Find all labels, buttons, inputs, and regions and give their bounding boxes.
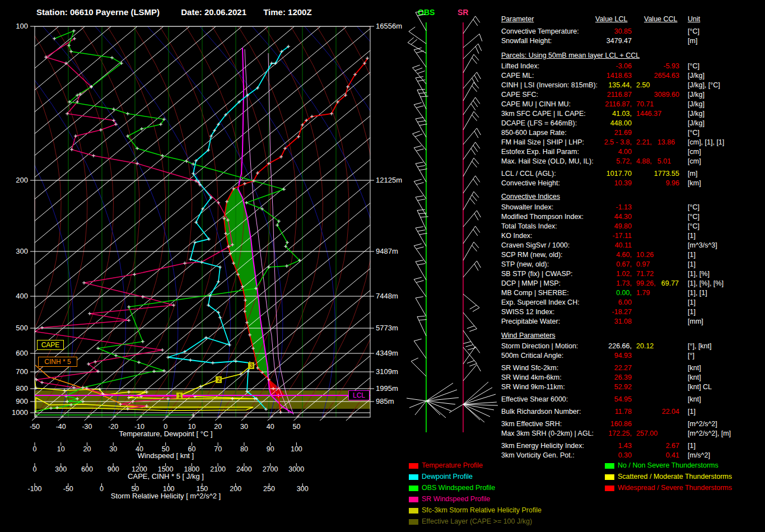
wind-barb: [411, 358, 426, 376]
parameter-unit: [°C]: [688, 222, 699, 230]
parameter-panel: Parameter Value LCL Value CCL Unit Conve…: [501, 0, 765, 465]
lcl-label-box: LCL: [348, 390, 370, 400]
x-axis-3: -100-50050100150200250300Storm Relative …: [27, 483, 308, 500]
legend-label: Sfc-3km Storm Relative Helicity Profile: [422, 506, 542, 514]
svg-text:4349m: 4349m: [376, 349, 398, 357]
svg-text:900: 900: [16, 397, 28, 405]
parameter-row: 3km Effective SRH:160.86[m^2/s^2]: [501, 420, 765, 430]
svg-text:30: 30: [240, 423, 248, 431]
parameter-value: 1.02,: [501, 270, 632, 278]
parameter-value: -17.11: [501, 232, 632, 240]
svg-text:2100: 2100: [210, 465, 226, 473]
parameter-row: CAPE SFC:2116.873089.60[J/kg]: [501, 91, 765, 100]
wind-barb: [416, 11, 426, 31]
parameter-value-part: 70.71: [636, 100, 654, 108]
parameter-unit: [1]: [688, 408, 696, 416]
legend-swatch: [409, 486, 418, 491]
cinh-label-box: CINH * 5: [38, 357, 77, 367]
parameter-value: 26.39: [501, 374, 632, 381]
header-unit: Unit: [688, 15, 700, 23]
parameter-value: 135.44,: [501, 81, 632, 89]
parameter-value: -18.27: [501, 308, 632, 316]
svg-text:5773m: 5773m: [376, 324, 398, 332]
svg-text:40: 40: [267, 423, 274, 431]
parameter-row: FM Hail Size | SHIP | LHP:2.5 - 3.8,2.21…: [501, 138, 765, 148]
wind-barb: [417, 316, 427, 336]
parameter-value-part: 5.01: [657, 157, 671, 165]
svg-text:300: 300: [16, 247, 28, 255]
parameter-unit: [m^3/s^3]: [688, 241, 717, 249]
svg-text:1: 1: [178, 393, 181, 399]
sr-wind-column: [449, 16, 498, 432]
legend-swatch: [605, 463, 614, 469]
surface-wind-tangle: [449, 382, 498, 422]
svg-text:Temperature, Dewpoint [ °C ]: Temperature, Dewpoint [ °C ]: [119, 430, 212, 438]
svg-text:100: 100: [291, 445, 302, 453]
parameter-row: Total Totals Index:49.80[°C]: [501, 222, 765, 232]
parameter-value: 2116.87,: [501, 100, 632, 108]
wind-barb: [414, 244, 426, 263]
header-value-ccl: Value CCL: [644, 15, 678, 23]
parameter-unit: [J/kg]: [688, 72, 705, 80]
svg-text:800: 800: [16, 384, 28, 393]
parameter-value: 21.69: [501, 129, 632, 137]
parameter-value-part: 257.00: [636, 430, 657, 437]
parameter-row: MB Comp | SHERBE:0.00,1.79[1], [1]: [501, 289, 765, 298]
wind-barb: [463, 226, 480, 244]
parameter-value: 1.73,: [501, 279, 632, 287]
parameter-value: 0.30: [501, 451, 632, 459]
parameter-unit: [1], [%], [%]: [688, 279, 724, 287]
legend-label: Temperature Profile: [422, 461, 483, 469]
parameter-row: Max. Hail Size (OLD, MU, IL):5.72,4.88,5…: [501, 157, 765, 167]
parameter-value-extra: 257.00: [636, 430, 663, 437]
svg-text:700: 700: [16, 367, 28, 376]
parameter-row: SCP RM (new, old):4.60,10.26[1]: [501, 251, 765, 260]
svg-text:-50: -50: [63, 485, 73, 493]
legend-swatch: [409, 497, 418, 502]
parameter-unit: [km]: [688, 179, 701, 187]
parameter-value-extra: 0.97: [636, 260, 655, 268]
parameter-row: 3km Vorticity Gen. Pot.:0.300.41[m/s^2]: [501, 451, 765, 461]
svg-text:50: 50: [292, 423, 300, 431]
svg-text:Storm Relative Helicity [ m^2/: Storm Relative Helicity [ m^2/s^2 ]: [111, 492, 221, 500]
wind-barb: [463, 312, 477, 332]
x-axis-2: 03006009001200150018002100240027003000CA…: [33, 463, 305, 480]
parameter-value-part: 2.50: [636, 81, 650, 89]
svg-text:200: 200: [230, 485, 241, 493]
svg-text:3000: 3000: [288, 465, 304, 473]
parameter-value-part: 20.12: [636, 342, 654, 350]
parameter-value-part: 10.26: [636, 251, 654, 259]
srh-km-marker: 2: [216, 376, 222, 383]
parameter-unit: [m^2/s^2], [m]: [688, 430, 731, 437]
parameter-unit: [1]: [688, 298, 696, 306]
svg-text:985m: 985m: [376, 397, 394, 405]
legend-label: No / Non Severe Thunderstorms: [618, 461, 719, 469]
parameter-row: Craven SigSvr / 1000:40.11[m^3/s^3]: [501, 241, 765, 251]
parameter-unit: [1], [1]: [688, 289, 707, 297]
x-axis-1: 0102030405060708090100Windspeed [ knt ]: [33, 442, 302, 460]
wind-barb: [416, 260, 426, 280]
svg-text:0: 0: [33, 445, 37, 453]
wind-barb: [463, 111, 479, 130]
parameter-row: DCP | MMP | MSP:1.73,99.26,69.77[1], [%]…: [501, 279, 765, 289]
header-parameter: Parameter: [501, 15, 534, 23]
legend-label: Widespread / Severe Thunderstorms: [618, 484, 732, 492]
parameter-value: -1.13: [501, 203, 632, 211]
svg-text:900: 900: [108, 465, 119, 473]
parameter-value-part: 0.97: [636, 260, 650, 268]
parameter-value: 2116.87: [501, 91, 632, 99]
parameter-unit: [J/kg]: [688, 100, 705, 108]
svg-text:300: 300: [297, 485, 309, 493]
parameter-row: Showalter Index:-1.13[°C]: [501, 203, 765, 213]
parameter-row: Storm Direction | Motion:226.66,20.12[°]…: [501, 342, 765, 352]
wind-barb: [463, 142, 480, 160]
parameter-unit: [knt]: [688, 364, 701, 372]
dry-adiabat: [375, 26, 454, 417]
svg-text:12125m: 12125m: [376, 176, 402, 184]
legend-label: Effective Layer (CAPE >= 100 J/kg): [422, 517, 532, 525]
wind-barb: [463, 192, 479, 210]
parameter-row: SWISS 12 Index:-18.27[1]: [501, 308, 765, 318]
parameter-value: 172.25,: [501, 430, 632, 437]
parameter-value: 2.5 - 3.8,: [501, 138, 632, 146]
wind-barb: [463, 294, 479, 311]
